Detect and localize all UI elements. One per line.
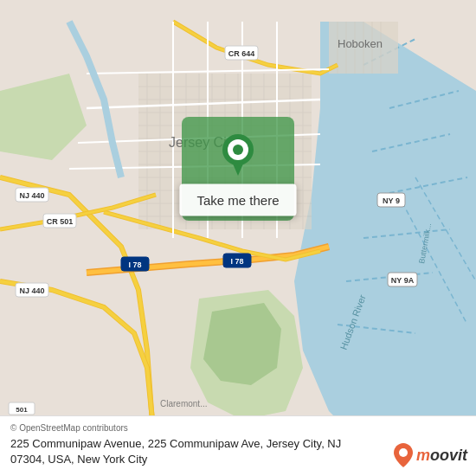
moovit-m-letter: m (416, 447, 430, 464)
svg-text:NJ 440: NJ 440 (19, 286, 44, 295)
svg-text:NJ 440: NJ 440 (19, 191, 44, 200)
svg-text:NY 9: NY 9 (383, 196, 400, 205)
svg-text:Hoboken: Hoboken (338, 37, 383, 50)
svg-text:Claremont...: Claremont... (160, 399, 207, 408)
bottom-bar: © OpenStreetMap contributors 225 Communi… (0, 415, 476, 476)
svg-text:I 78: I 78 (128, 261, 141, 269)
svg-point-68 (399, 448, 408, 457)
svg-text:CR 501: CR 501 (47, 217, 74, 226)
address-text: 225 Communipaw Avenue, 225 Communipaw Av… (10, 436, 357, 467)
moovit-rest-text: oovit (430, 447, 467, 464)
take-me-there-button[interactable]: Take me there (179, 184, 296, 216)
svg-text:501: 501 (16, 406, 28, 414)
moovit-logo: moovit (394, 443, 467, 467)
map-attribution: © OpenStreetMap contributors (10, 423, 466, 433)
svg-point-67 (233, 145, 243, 155)
svg-text:NY 9A: NY 9A (391, 276, 415, 285)
map-container: CR 644 CR 501 NJ 440 NJ 440 501 I 78 I 7… (0, 0, 476, 476)
svg-text:CR 644: CR 644 (228, 49, 255, 58)
moovit-pin-icon (394, 443, 413, 467)
moovit-brand-text: moovit (416, 447, 467, 465)
svg-text:I 78: I 78 (230, 257, 243, 266)
